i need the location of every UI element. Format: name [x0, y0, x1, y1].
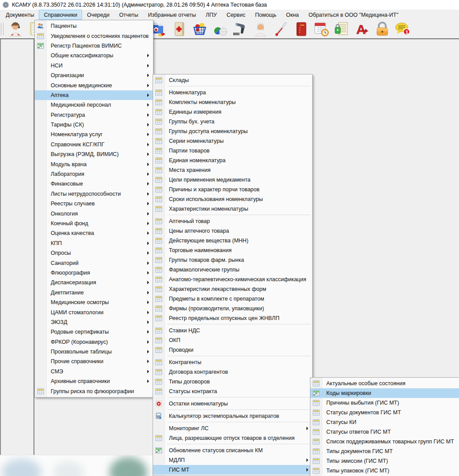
- menu-item[interactable]: Причины и характер порчи товаров: [153, 185, 312, 194]
- menu-item[interactable]: Действующие вещества (МНН): [153, 236, 312, 245]
- menu-item[interactable]: Прочие справочники: [35, 357, 153, 366]
- menu-item[interactable]: Остатки номенклатуры: [153, 399, 312, 409]
- menu-item[interactable]: Группы риска по флюорографии: [35, 386, 153, 396]
- menu-item[interactable]: Места хранения: [153, 165, 312, 175]
- menubar-item[interactable]: Помощь: [250, 10, 281, 20]
- menu-item[interactable]: Типы документов ГИС МТ: [310, 446, 459, 456]
- menu-item[interactable]: Статусы ответов ГИС МТ: [310, 427, 459, 437]
- menu-item[interactable]: Цели применения медикамента: [153, 175, 312, 185]
- menu-item[interactable]: Мониторинг ЛС: [153, 424, 312, 433]
- menu-item[interactable]: Аптека: [35, 90, 153, 100]
- menubar-item[interactable]: Очереди: [82, 10, 114, 20]
- menu-item[interactable]: ФРКОР (Коронавирус): [35, 337, 153, 347]
- menu-item[interactable]: Организации: [35, 71, 153, 80]
- menu-item[interactable]: Аптечный товар: [153, 216, 312, 226]
- menu-item[interactable]: Типы эмиссии (ГИС МТ): [310, 456, 459, 466]
- menu-item[interactable]: Диспансеризация: [35, 278, 153, 287]
- secure-document-icon[interactable]: [333, 21, 350, 37]
- menu-item[interactable]: ЦАМИ стоматологии: [35, 307, 153, 317]
- menubar-item[interactable]: Окна: [281, 10, 304, 20]
- menu-item[interactable]: Характеристики лекарственных форм: [153, 284, 312, 294]
- menu-item[interactable]: Склады: [153, 75, 312, 85]
- menu-item[interactable]: Основные медицинские: [35, 80, 153, 90]
- barcode-scanner-icon[interactable]: [232, 21, 249, 37]
- menu-item[interactable]: Фирмы (производители, упаковщики): [153, 304, 312, 313]
- menu-item[interactable]: Лаборатория: [35, 169, 153, 179]
- red-a-icon[interactable]: [354, 21, 370, 37]
- menu-item[interactable]: Родовые сертификаты: [35, 327, 153, 337]
- menu-item[interactable]: Архивные справочники: [35, 376, 153, 386]
- menu-item[interactable]: НСИ: [35, 61, 153, 71]
- menu-item[interactable]: Произвольные таблицы: [35, 347, 153, 357]
- menu-item[interactable]: Диетпитание: [35, 288, 153, 298]
- menu-item[interactable]: Лица, разрешающие отпуск товаров в отдел…: [153, 433, 312, 443]
- menu-item[interactable]: Ставки НДС: [153, 326, 312, 335]
- menu-item[interactable]: Комплекты номенклатуры: [153, 97, 312, 107]
- menu-item[interactable]: Финансовые: [35, 179, 153, 189]
- menu-item[interactable]: Статусы КИ: [310, 417, 459, 427]
- menu-item[interactable]: Контрагенты: [153, 357, 312, 367]
- menu-item[interactable]: Проводки: [153, 345, 312, 355]
- menu-item[interactable]: Справочник КСГ/КПГ: [35, 140, 153, 149]
- operator-icon[interactable]: [7, 21, 24, 37]
- menu-item[interactable]: ЭЮЗД: [35, 317, 153, 327]
- firstaid-book-icon[interactable]: [171, 21, 188, 37]
- menu-item[interactable]: Статусы документов ГИС МТ: [310, 408, 459, 417]
- menu-item[interactable]: Санаторий: [35, 258, 153, 268]
- menu-item[interactable]: Договора контрагентов: [153, 367, 312, 377]
- menu-item[interactable]: Актуальные особые состояния: [310, 379, 459, 388]
- red-book-icon[interactable]: [293, 21, 310, 37]
- menu-item[interactable]: Серии номенклатуры: [153, 136, 312, 146]
- nurse-icon[interactable]: [252, 21, 269, 37]
- menu-item[interactable]: ОКП: [153, 335, 312, 345]
- menu-item[interactable]: Регистр Пациентов ВИМИС: [35, 41, 153, 51]
- menu-item[interactable]: Калькулятор экстемпоральных препаратов: [153, 411, 312, 421]
- menu-item[interactable]: Выгрузка (РЭМД, ВИМИС): [35, 149, 153, 159]
- menu-item[interactable]: Партии товаров: [153, 146, 312, 156]
- menu-item[interactable]: Номенклатура: [153, 88, 312, 97]
- menu-item[interactable]: Онкология: [35, 208, 153, 218]
- menubar-item[interactable]: Сервис: [222, 10, 250, 20]
- chat-notification-icon[interactable]: [394, 21, 411, 37]
- menu-item[interactable]: Реестр предельных отпускных цен ЖНВЛП: [153, 313, 312, 323]
- menu-item[interactable]: Группы товаров фарм. рынка: [153, 255, 312, 265]
- menu-item[interactable]: Группы доступа номенклатуры: [153, 126, 312, 136]
- schedule-icon[interactable]: [313, 21, 330, 37]
- menu-item[interactable]: Уведомления о состояниях пациентов: [35, 31, 153, 41]
- menu-item[interactable]: Опросы: [35, 248, 153, 258]
- menu-item[interactable]: Сроки использования номенклатуры: [153, 194, 312, 204]
- menu-item[interactable]: Единицы измерения: [153, 107, 312, 117]
- menubar-item[interactable]: Справочники: [39, 10, 82, 20]
- pills-icon[interactable]: [212, 21, 228, 37]
- menu-item[interactable]: Тарифы (СК): [35, 120, 153, 130]
- menu-item[interactable]: Реестры случаев: [35, 199, 153, 208]
- menubar-item[interactable]: ЛПУ: [201, 10, 222, 20]
- menu-item[interactable]: ГИС МТ: [153, 465, 312, 475]
- basket-icon[interactable]: [191, 21, 208, 37]
- menu-item[interactable]: Медицинские осмотры: [35, 298, 153, 307]
- menu-item[interactable]: Общие классификаторы: [35, 51, 153, 60]
- menubar-item[interactable]: Документы: [1, 10, 39, 20]
- menu-item[interactable]: СМЭ: [35, 367, 153, 376]
- menubar-item[interactable]: Отчеты: [114, 10, 143, 20]
- menu-item[interactable]: Коды маркировки: [310, 388, 459, 398]
- menu-item[interactable]: Типы упаковок (ГИС МТ): [310, 466, 459, 476]
- menu-item[interactable]: Медицинский персонал: [35, 100, 153, 110]
- menu-item[interactable]: Обновление статусов списанных КМ: [153, 446, 312, 455]
- menu-item[interactable]: Коечный фонд: [35, 219, 153, 228]
- menu-item[interactable]: Предметы в комплекте с препаратом: [153, 294, 312, 304]
- menu-item[interactable]: Флюорография: [35, 268, 153, 278]
- menu-item[interactable]: Единая номенклатура: [153, 156, 312, 165]
- menu-item[interactable]: Пациенты: [35, 21, 153, 31]
- menu-item[interactable]: Типы договоров: [153, 377, 312, 387]
- menu-item[interactable]: Список поддерживаемых товарных групп ГИС…: [310, 437, 459, 446]
- menu-item[interactable]: МДЛП: [153, 455, 312, 465]
- menu-item[interactable]: КПП: [35, 238, 153, 248]
- menu-item[interactable]: Цены аптечного товара: [153, 226, 312, 236]
- thermometer-icon[interactable]: [272, 21, 289, 37]
- menu-item[interactable]: Фармакологические группы: [153, 265, 312, 275]
- menu-item[interactable]: Модуль врача: [35, 159, 153, 169]
- menu-item[interactable]: Торговые наименования: [153, 245, 312, 255]
- menu-item[interactable]: Номенклатура услуг: [35, 130, 153, 139]
- padlock-icon[interactable]: [374, 21, 391, 37]
